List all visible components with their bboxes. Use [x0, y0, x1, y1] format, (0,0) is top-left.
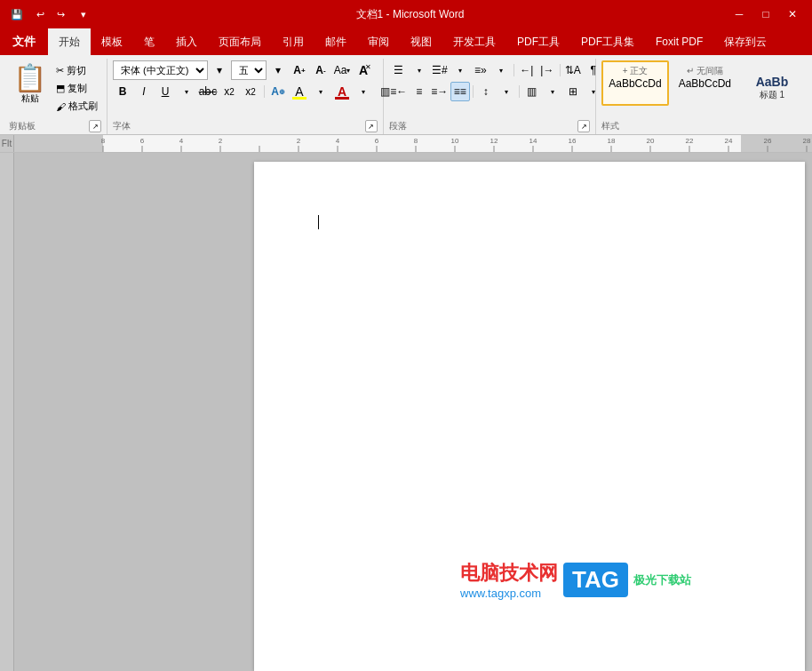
tab-pdf-suite[interactable]: PDF工具集 — [570, 28, 645, 55]
style-no-spacing[interactable]: ↵ 无间隔 AaBbCcDd — [672, 60, 738, 106]
svg-text:28: 28 — [803, 137, 811, 145]
font-group-label: 字体 — [113, 118, 131, 134]
redo-btn[interactable]: ↪ — [51, 4, 70, 24]
tab-view[interactable]: 视图 — [400, 28, 442, 55]
borders-btn[interactable]: ⊞ — [563, 82, 583, 101]
jihe-top: 极光下载站 — [633, 572, 691, 588]
window-title: 文档1 - Microsoft Word — [93, 7, 727, 22]
tab-page-layout[interactable]: 页面布局 — [208, 28, 272, 55]
tab-home[interactable]: 开始 — [48, 28, 91, 55]
tab-foxit[interactable]: Foxit PDF — [645, 28, 713, 55]
clipboard-small-btns: ✂ 剪切 ⬒ 复制 🖌 格式刷 — [52, 62, 101, 115]
style-normal[interactable]: + 正文 AaBbCcDd — [601, 60, 668, 106]
font-footer: 字体 ↗ — [113, 118, 378, 134]
align-center-btn[interactable]: ≡ — [410, 82, 429, 101]
document-page[interactable]: 电脑技术网 www.tagxp.com TAG 极光下载站 — [254, 162, 805, 671]
ruler-scale: 8642246810121416182022242628 — [14, 135, 812, 152]
highlight-btn[interactable]: A — [290, 82, 309, 101]
font-color-dropdown-btn[interactable]: ▾ — [354, 82, 373, 101]
bullets-btn[interactable]: ☰ — [389, 60, 409, 80]
tab-save-cloud[interactable]: 保存到云 — [713, 28, 777, 55]
bold-btn[interactable]: B — [113, 82, 132, 101]
svg-text:10: 10 — [451, 137, 459, 145]
bullets-dropdown-btn[interactable]: ▾ — [410, 60, 429, 80]
shading-btn[interactable]: ▥ — [522, 82, 542, 101]
styles-content: + 正文 AaBbCcDd ↵ 无间隔 AaBbCcDd AaBb 标题 1 — [601, 60, 803, 118]
font-name-dropdown-btn[interactable]: ▾ — [210, 60, 229, 80]
font-expand-btn[interactable]: ↗ — [365, 120, 378, 132]
paste-btn[interactable]: 📋 粘贴 — [9, 60, 51, 108]
clipboard-expand-btn[interactable]: ↗ — [89, 120, 101, 132]
sort-btn[interactable]: ⇅A — [563, 60, 583, 80]
svg-text:12: 12 — [490, 137, 498, 145]
font-name-select[interactable]: 宋体 (中文正文) — [113, 60, 208, 80]
subscript-btn[interactable]: x2 — [219, 82, 239, 101]
line-spacing-dropdown-btn[interactable]: ▾ — [497, 82, 516, 101]
copy-btn[interactable]: ⬒ 复制 — [52, 80, 101, 97]
restore-btn[interactable]: □ — [753, 4, 778, 24]
shrink-font-btn[interactable]: A- — [311, 60, 330, 80]
increase-indent-btn[interactable]: |→ — [537, 60, 557, 80]
italic-btn[interactable]: I — [134, 82, 154, 101]
font-color-btn[interactable]: A — [332, 82, 352, 101]
underline-btn[interactable]: U — [155, 82, 175, 101]
para-row-2: ≡← ≡ ≡→ ≡≡ ↕ ▾ ▥ ▾ ⊞ ▾ — [389, 82, 603, 101]
shading-dropdown-btn[interactable]: ▾ — [543, 82, 562, 101]
para-sep-4 — [519, 85, 520, 98]
align-left-btn[interactable]: ≡← — [389, 82, 409, 101]
watermark-site-name: 电脑技术网 — [460, 560, 558, 587]
svg-text:20: 20 — [647, 137, 655, 145]
font-size-select[interactable]: 五号 — [231, 60, 267, 80]
grow-font-btn[interactable]: A+ — [290, 60, 309, 80]
customize-quick-access-btn[interactable]: ▾ — [74, 4, 93, 24]
text-cursor — [318, 215, 319, 229]
title-bar: 💾 ↩ ↪ ▾ 文档1 - Microsoft Word ─ □ ✕ — [0, 0, 812, 28]
format-paint-btn[interactable]: 🖌 格式刷 — [52, 98, 101, 115]
tab-insert[interactable]: 插入 — [165, 28, 208, 55]
undo-btn[interactable]: ↩ — [30, 4, 50, 24]
clipboard-group-label: 剪贴板 — [9, 118, 36, 134]
close-btn[interactable]: ✕ — [780, 4, 805, 24]
watermark: 电脑技术网 www.tagxp.com TAG 极光下载站 — [460, 560, 691, 600]
justify-btn[interactable]: ≡≡ — [450, 82, 470, 101]
text-effects-btn[interactable]: A⊕ — [268, 82, 288, 101]
styles-footer: 样式 — [601, 118, 803, 134]
style-heading1[interactable]: AaBb 标题 1 — [741, 60, 803, 106]
svg-text:2: 2 — [297, 137, 301, 145]
clipboard-footer: 剪贴板 ↗ — [9, 118, 101, 134]
clear-format-btn[interactable]: A✕ — [354, 60, 373, 80]
numbering-btn[interactable]: ☰# — [430, 60, 450, 80]
tab-review[interactable]: 审阅 — [357, 28, 400, 55]
numbering-dropdown-btn[interactable]: ▾ — [450, 60, 470, 80]
decrease-indent-btn[interactable]: ←| — [517, 60, 537, 80]
save-quick-btn[interactable]: 💾 — [7, 4, 27, 24]
document-area[interactable]: 电脑技术网 www.tagxp.com TAG 极光下载站 — [14, 153, 812, 671]
tab-references[interactable]: 引用 — [272, 28, 314, 55]
tab-template[interactable]: 模板 — [91, 28, 133, 55]
para-expand-btn[interactable]: ↗ — [577, 120, 590, 132]
cut-btn[interactable]: ✂ 剪切 — [52, 62, 101, 79]
font-content: 宋体 (中文正文) ▾ 五号 ▾ A+ A- Aa▾ A✕ B I U ▾ ab… — [113, 60, 378, 118]
font-case-btn[interactable]: Aa▾ — [332, 60, 352, 80]
para-sep-3 — [473, 85, 474, 98]
watermark-block: 电脑技术网 www.tagxp.com — [460, 560, 558, 600]
ribbon-group-font: 宋体 (中文正文) ▾ 五号 ▾ A+ A- Aa▾ A✕ B I U ▾ ab… — [107, 59, 384, 134]
strikethrough-btn[interactable]: ab̶c — [198, 82, 218, 101]
highlight-dropdown-btn[interactable]: ▾ — [311, 82, 330, 101]
tab-mail[interactable]: 邮件 — [314, 28, 357, 55]
multilevel-dropdown-btn[interactable]: ▾ — [491, 60, 511, 80]
multilevel-btn[interactable]: ≡» — [471, 60, 490, 80]
superscript-btn[interactable]: x2 — [241, 82, 260, 101]
font-row-1: 宋体 (中文正文) ▾ 五号 ▾ A+ A- Aa▾ A✕ — [113, 60, 373, 80]
file-menu-btn[interactable]: 文件 — [0, 28, 48, 55]
tab-pen[interactable]: 笔 — [133, 28, 165, 55]
align-right-btn[interactable]: ≡→ — [430, 82, 450, 101]
tab-pdf-tools[interactable]: PDF工具 — [506, 28, 570, 55]
font-size-dropdown-btn[interactable]: ▾ — [268, 60, 288, 80]
line-spacing-btn[interactable]: ↕ — [476, 82, 496, 101]
ribbon-group-paragraph: ☰ ▾ ☰# ▾ ≡» ▾ ←| |→ ⇅A ¶ ≡← ≡ ≡→ ≡≡ ↕ ▾ — [384, 59, 596, 134]
minimize-btn[interactable]: ─ — [727, 4, 752, 24]
svg-text:4: 4 — [336, 137, 340, 145]
tab-developer[interactable]: 开发工具 — [442, 28, 506, 55]
underline-dropdown-btn[interactable]: ▾ — [177, 82, 196, 101]
